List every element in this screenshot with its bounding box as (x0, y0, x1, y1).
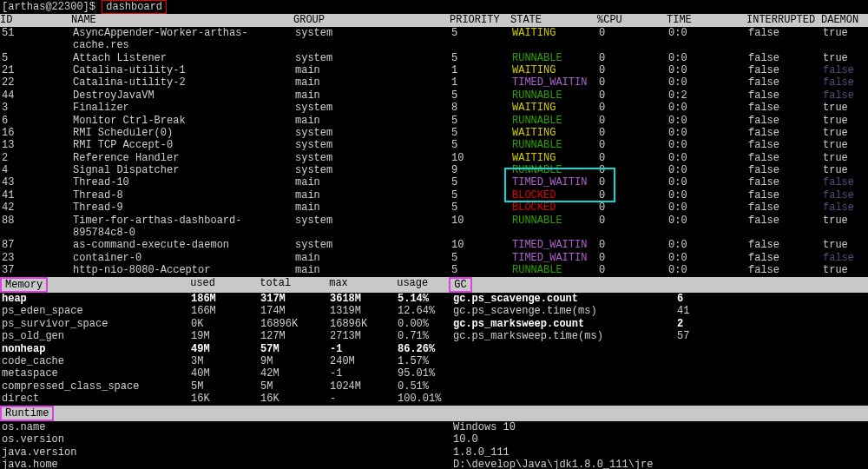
cell-mem-usage: 1.57% (398, 355, 453, 367)
table-row: java.homeD:\develop\Java\jdk1.8.0_111\jr… (0, 459, 868, 469)
table-row: 5Attach Listenersystem5RUNNABLE00:0false… (0, 52, 868, 64)
cell-name: Signal Dispatcher (73, 164, 295, 176)
cell-name: Attach Listener (73, 52, 295, 64)
cell-daemon: true (823, 152, 866, 164)
cell-mem-used: 49M (191, 343, 260, 355)
cell-state: TIMED_WAITIN (512, 76, 599, 89)
cell-cpu: 0 (599, 252, 668, 264)
cell-cpu: 0 (599, 89, 668, 102)
cell-interrupted: false (748, 27, 823, 52)
table-row: os.version10.0 (0, 433, 868, 446)
cell-mem-used: 16K (191, 393, 260, 405)
mem-header-used: used (190, 277, 260, 293)
table-row: 21Catalina-utility-1main1WAITING00:0fals… (0, 64, 868, 76)
cell-state: BLOCKED (512, 201, 599, 214)
cell-group: system (295, 215, 451, 240)
cell-mem-name: nonheap (2, 343, 191, 355)
cell-daemon: false (823, 252, 866, 264)
cell-group: system (295, 152, 451, 164)
table-row: 43Thread-10main5TIMED_WAITIN00:0falsefal… (0, 176, 868, 188)
command-input[interactable]: dashboard (102, 0, 167, 14)
cell-cpu: 0 (599, 76, 668, 89)
cell-gc-val: 6 (677, 293, 729, 305)
cell-daemon: true (823, 215, 866, 240)
cell-interrupted: false (748, 89, 823, 102)
cell-mem-max: 16896K (330, 318, 398, 330)
memory-gc-header: Memory used total max usage GC (0, 277, 868, 293)
cell-id: 23 (2, 252, 73, 264)
cell-interrupted: false (748, 152, 823, 164)
cell-time: 0:0 (668, 164, 748, 176)
cell-interrupted: false (748, 189, 823, 201)
cell-mem-name: ps_old_gen (2, 330, 191, 342)
cell-mem-name: direct (2, 393, 191, 405)
cell-interrupted: false (748, 102, 823, 114)
cell-group: main (295, 64, 451, 76)
cell-state: WAITING (512, 27, 599, 52)
cell-group: main (295, 76, 451, 89)
cell-mem-used: 40M (191, 367, 260, 380)
cell-mem-used: 0K (191, 318, 260, 330)
cell-time: 0:0 (668, 52, 748, 64)
cell-name: Timer-for-arthas-dashboard-895784c8-0 (73, 215, 295, 240)
table-row: 16RMI Scheduler(0)system5WAITING00:0fals… (0, 127, 868, 139)
cell-mem-used: 166M (191, 305, 260, 317)
cell-priority: 5 (451, 264, 512, 276)
mem-header-usage: usage (397, 277, 449, 293)
cell-id: 37 (2, 264, 73, 276)
cell-interrupted: false (748, 252, 823, 264)
cell-id: 44 (2, 89, 73, 102)
cell-daemon: false (823, 176, 866, 188)
cell-state: RUNNABLE (512, 52, 599, 64)
mem-header-total: total (260, 277, 329, 293)
cell-name: RMI TCP Accept-0 (73, 139, 295, 151)
cell-daemon: true (823, 239, 866, 251)
cell-priority: 5 (451, 89, 512, 102)
cell-id: 4 (2, 164, 73, 176)
cell-mem-usage: 0.71% (398, 330, 453, 342)
cell-id: 2 (2, 152, 73, 164)
cell-interrupted: false (748, 239, 823, 251)
table-row: 37http-nio-8080-Acceptormain5RUNNABLE00:… (0, 264, 868, 276)
table-row: 41Thread-8main5BLOCKED00:0falsefalse (0, 189, 868, 201)
cell-time: 0:0 (668, 127, 748, 139)
cell-interrupted: false (748, 139, 823, 151)
cell-mem-usage: 12.64% (398, 305, 453, 317)
cell-cpu: 0 (599, 115, 668, 127)
cell-time: 0:0 (668, 76, 748, 89)
cell-name: http-nio-8080-Acceptor (73, 264, 295, 276)
table-row: nonheap49M57M-186.26% (0, 343, 868, 355)
cell-state: RUNNABLE (512, 89, 599, 102)
cell-daemon: false (823, 89, 866, 102)
cell-time: 0:0 (668, 64, 748, 76)
cell-time: 0:0 (668, 139, 748, 151)
col-header-interrupted: INTERRUPTED (746, 14, 821, 26)
cell-cpu: 0 (599, 164, 668, 176)
shell-prompt: [arthas@22300]$ (2, 1, 95, 13)
table-row: 23container-0main5TIMED_WAITIN00:0falsef… (0, 252, 868, 264)
prompt-line: [arthas@22300]$ dashboard (0, 0, 868, 14)
cell-rt-key: os.version (2, 433, 453, 446)
table-row: metaspace40M42M-195.01% (0, 367, 868, 380)
cell-id: 16 (2, 127, 73, 139)
cell-daemon: true (823, 115, 866, 127)
table-row: 88Timer-for-arthas-dashboard-895784c8-0s… (0, 215, 868, 240)
cell-interrupted: false (748, 164, 823, 176)
cell-gc-val: 57 (677, 330, 729, 342)
cell-state: WAITING (512, 127, 599, 139)
cell-state: WAITING (512, 102, 599, 114)
col-header-name: NAME (71, 14, 293, 26)
cell-daemon: true (823, 27, 866, 52)
cell-id: 43 (2, 176, 73, 188)
table-row: 87as-command-execute-daemonsystem10TIMED… (0, 239, 868, 251)
col-header-time: TIME (667, 14, 746, 26)
cell-daemon: false (823, 201, 866, 214)
cell-state: WAITING (512, 64, 599, 76)
table-row: 6Monitor Ctrl-Breakmain5RUNNABLE00:0fals… (0, 115, 868, 127)
cell-priority: 5 (451, 201, 512, 214)
cell-rt-val: D:\develop\Java\jdk1.8.0_111\jre (453, 459, 866, 469)
cell-state: RUNNABLE (512, 164, 599, 176)
cell-mem-name: compressed_class_space (2, 380, 191, 393)
cell-state: RUNNABLE (512, 264, 599, 276)
cell-state: RUNNABLE (512, 139, 599, 151)
